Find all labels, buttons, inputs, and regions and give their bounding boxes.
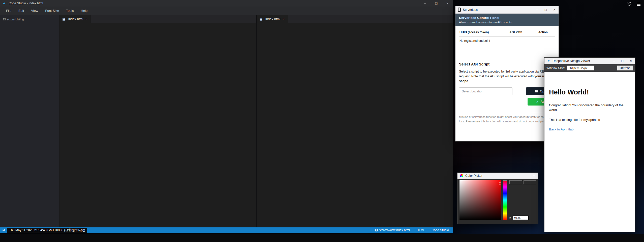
window-size-label: Window Size: (546, 66, 565, 70)
window-controls: – □ × (609, 58, 635, 64)
menu-icon[interactable] (637, 3, 640, 6)
menu-view[interactable]: View (27, 7, 42, 15)
close-icon[interactable]: × (283, 17, 285, 21)
location-input[interactable] (459, 87, 512, 95)
minimize-button[interactable]: – (609, 58, 618, 64)
tab-bar: index.html × (59, 15, 256, 23)
tab-bar: index.html × (257, 15, 453, 23)
menu-edit[interactable]: Edit (15, 7, 27, 15)
file-icon (63, 18, 65, 21)
refresh-icon[interactable] (627, 2, 632, 7)
color-swatches (509, 180, 536, 184)
hex-input[interactable] (513, 216, 529, 220)
restore-button[interactable]: □ (431, 0, 442, 7)
page-paragraph: Congratulation! You discovered the bound… (549, 103, 631, 113)
window-title: Code Studio - index.html (9, 2, 43, 5)
menu-file[interactable]: File (3, 7, 15, 15)
panel-subtitle: Allow external services to run AGI scrip… (459, 21, 555, 24)
datetime-chip[interactable]: Thu May 11 2023 21:54:48 GMT+0800 (台北標準時… (7, 228, 87, 233)
code-studio-window: Code Studio - index.html – □ × FileEditV… (0, 0, 453, 233)
preview-page: Hello World! Congratulation! You discove… (544, 72, 635, 232)
column-header: Action (538, 28, 555, 36)
color-wheel-icon (460, 174, 463, 177)
tab-index-html[interactable]: index.html × (59, 15, 91, 23)
check-icon: ✓ (536, 100, 539, 104)
menu-help[interactable]: Help (77, 7, 91, 15)
hue-thumb[interactable] (503, 180, 507, 181)
app-name: Code Studio (432, 228, 449, 232)
tab-index-html[interactable]: index.html × (257, 15, 288, 23)
editor-pane-2: index.html × (257, 15, 453, 227)
close-button[interactable]: × (442, 0, 453, 7)
window-controls: – □ × (533, 6, 559, 13)
close-icon[interactable]: × (85, 17, 87, 21)
status-bar: Thu May 11 2023 21:54:48 GMT+0800 (台北標準時… (0, 227, 453, 233)
tab-label: index.html (265, 17, 280, 21)
menu-bar: FileEditViewFont SizeToolsHelp (0, 7, 453, 15)
color-picker-body: # (457, 179, 538, 224)
empty-message: No registered endpoint (459, 37, 490, 45)
workbench: Directory Listing index.html × (0, 15, 453, 227)
column-header: UUID (access token) (459, 28, 509, 36)
title-bar[interactable]: Responsive Design Viewer – □ × (544, 58, 635, 64)
window-title: Color Picker (465, 174, 482, 178)
new-color-swatch[interactable] (524, 180, 536, 184)
close-button[interactable]: × (627, 58, 635, 64)
storage-icon (375, 229, 378, 231)
sidebar-header: Directory Listing (0, 15, 59, 23)
taskbar (0, 234, 644, 242)
editor-group: index.html × (59, 15, 453, 227)
title-bar[interactable]: Serverless – □ × (455, 6, 559, 14)
minimize-button[interactable]: – (420, 0, 431, 7)
folder-icon (535, 90, 538, 92)
hex-row: # (509, 216, 529, 220)
menu-font-size[interactable]: Font Size (42, 7, 63, 15)
table-header-row: UUID (access token) AGI Path Action (459, 28, 555, 37)
section-title: Select AGI Script (459, 62, 555, 66)
maximize-button[interactable]: □ (541, 6, 550, 13)
panel-title: Serverless Control Panel (459, 16, 555, 20)
window-title: Responsive Design Viewer (553, 59, 590, 63)
color-picker-window: Color Picker – # (457, 172, 538, 224)
minimize-button[interactable]: – (533, 6, 541, 13)
desktop: Code Studio - index.html – □ × FileEditV… (0, 0, 644, 242)
saturation-value-area[interactable] (459, 180, 501, 220)
file-path-text: store:/www/index.html (379, 228, 410, 232)
table-row: No registered endpoint (459, 37, 555, 45)
title-bar[interactable]: Code Studio - index.html – □ × (0, 0, 453, 7)
title-bar[interactable]: Color Picker – (457, 173, 538, 179)
menu-tools[interactable]: Tools (63, 7, 77, 15)
warning-text: Misuse of serverless function might affe… (459, 115, 555, 124)
page-paragraph: This is a testing site for my.aprint.io (549, 118, 631, 122)
sv-cursor[interactable] (499, 182, 501, 185)
datetime-text: Thu May 11 2023 21:54:48 GMT+0800 (台北標準時… (9, 228, 85, 232)
serverless-window: Serverless – □ × Serverless Control Pane… (455, 6, 559, 142)
current-color-swatch[interactable] (509, 180, 522, 184)
page-heading: Hello World! (549, 88, 631, 96)
window-controls: – (530, 173, 538, 179)
language-mode[interactable]: HTML (416, 228, 425, 232)
viewer-toolbar: Window Size: Refresh (544, 64, 635, 72)
file-icon (260, 18, 262, 21)
remote-sync-icon[interactable] (2, 228, 6, 232)
sidebar: Directory Listing (0, 15, 59, 227)
tab-label: index.html (68, 17, 83, 21)
file-path-item[interactable]: store:/www/index.html (375, 228, 410, 232)
page-link[interactable]: Back to Aprintlab (549, 127, 574, 131)
hue-slider[interactable] (503, 180, 507, 220)
refresh-button[interactable]: Refresh (617, 65, 633, 71)
desktop-status-icons (627, 2, 640, 7)
minimize-button[interactable]: – (530, 173, 538, 179)
close-button[interactable]: × (550, 6, 559, 13)
window-size-input[interactable] (567, 65, 594, 71)
section-description: Select a script to be executed by 3rd pa… (459, 69, 555, 83)
endpoint-table: UUID (access token) AGI Path Action No r… (459, 28, 555, 45)
responsive-viewer-window: Responsive Design Viewer – □ × Window Si… (544, 57, 635, 232)
viewer-logo-icon (547, 59, 550, 63)
hex-label: # (509, 216, 512, 219)
code-editor[interactable] (257, 23, 453, 227)
maximize-button[interactable]: □ (618, 58, 627, 64)
window-controls: – □ × (420, 0, 453, 7)
column-header: AGI Path (509, 28, 538, 36)
code-editor[interactable] (59, 23, 256, 227)
